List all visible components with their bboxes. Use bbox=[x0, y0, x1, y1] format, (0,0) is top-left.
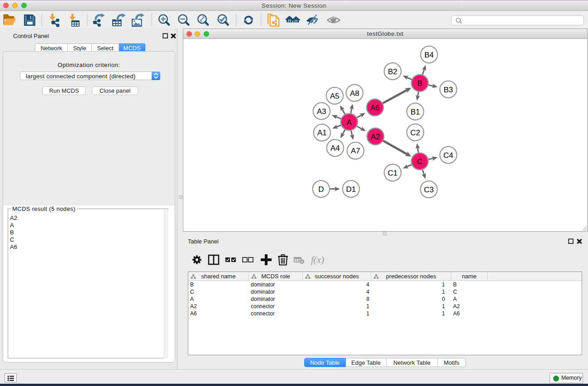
svg-text:A6: A6 bbox=[370, 104, 380, 112]
svg-text:B1: B1 bbox=[411, 108, 420, 116]
svg-text:A8: A8 bbox=[350, 89, 359, 98]
svg-text:A2: A2 bbox=[371, 133, 380, 141]
svg-text:A5: A5 bbox=[330, 92, 339, 100]
svg-text:A7: A7 bbox=[351, 147, 360, 155]
svg-text:f(x): f(x) bbox=[311, 254, 324, 265]
svg-text:B2: B2 bbox=[388, 67, 397, 76]
svg-text:B3: B3 bbox=[444, 86, 453, 94]
svg-text:D1: D1 bbox=[346, 185, 356, 194]
svg-text:C3: C3 bbox=[424, 186, 434, 194]
svg-text:C1: C1 bbox=[388, 169, 398, 177]
svg-text:A1: A1 bbox=[317, 129, 327, 137]
svg-text:A4: A4 bbox=[330, 144, 340, 152]
svg-text:A: A bbox=[347, 118, 352, 127]
svg-text:C2: C2 bbox=[411, 129, 421, 137]
svg-text:B4: B4 bbox=[425, 51, 434, 59]
svg-text:C4: C4 bbox=[444, 151, 454, 160]
svg-text:B: B bbox=[417, 79, 422, 88]
svg-text:D: D bbox=[318, 185, 324, 194]
svg-text:A3: A3 bbox=[317, 107, 326, 116]
svg-text:C: C bbox=[417, 157, 422, 166]
